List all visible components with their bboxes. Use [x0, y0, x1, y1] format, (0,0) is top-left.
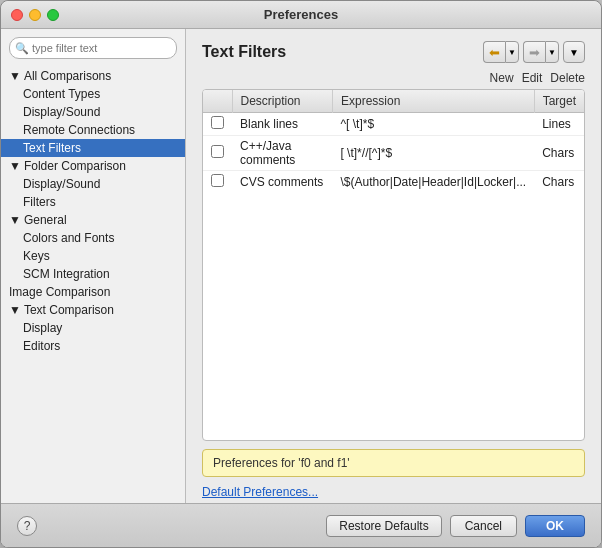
row-target: Lines: [534, 113, 584, 136]
sidebar-item-editors[interactable]: Editors: [1, 337, 185, 355]
row-checkbox-cell: [203, 136, 232, 171]
help-button[interactable]: ?: [17, 516, 37, 536]
sidebar-group-text-comparison[interactable]: ▼ Text Comparison: [1, 301, 185, 319]
maximize-button[interactable]: [47, 9, 59, 21]
sidebar-item-remote-connections[interactable]: Remote Connections: [1, 121, 185, 139]
main-header: Text Filters ⬅ ▼ ➡ ▼ ▼: [186, 29, 601, 67]
row-checkbox[interactable]: [211, 174, 224, 187]
group-triangle: ▼: [9, 69, 21, 83]
footer: ? Restore Defaults Cancel OK: [1, 503, 601, 547]
row-description: CVS comments: [232, 171, 332, 194]
action-row: New Edit Delete: [186, 67, 601, 89]
search-bar: 🔍: [9, 37, 177, 59]
sidebar-item-text-filters[interactable]: Text Filters: [1, 139, 185, 157]
sidebar-item-display-sound-all[interactable]: Display/Sound: [1, 103, 185, 121]
cancel-button[interactable]: Cancel: [450, 515, 517, 537]
col-description: Description: [232, 90, 332, 113]
close-button[interactable]: [11, 9, 23, 21]
back-arrow-dropdown[interactable]: ▼: [505, 41, 519, 63]
more-options-button[interactable]: ▼: [563, 41, 585, 63]
sidebar-item-scm-integration[interactable]: SCM Integration: [1, 265, 185, 283]
row-checkbox[interactable]: [211, 116, 224, 129]
table-row: Blank lines ^[ \t]*$ Lines: [203, 113, 584, 136]
sidebar-item-display[interactable]: Display: [1, 319, 185, 337]
row-checkbox[interactable]: [211, 145, 224, 158]
default-preferences-link[interactable]: Default Preferences...: [202, 485, 585, 499]
restore-defaults-button[interactable]: Restore Defaults: [326, 515, 441, 537]
sidebar-group-folder-comparison[interactable]: ▼ Folder Comparison: [1, 157, 185, 175]
sidebar-item-content-types[interactable]: Content Types: [1, 85, 185, 103]
toolbar-right: ⬅ ▼ ➡ ▼ ▼: [483, 41, 585, 63]
col-checkbox: [203, 90, 232, 113]
back-arrow-button[interactable]: ⬅: [483, 41, 505, 63]
row-checkbox-cell: [203, 171, 232, 194]
sidebar-group-general[interactable]: ▼ General: [1, 211, 185, 229]
delete-button[interactable]: Delete: [550, 71, 585, 85]
titlebar: Preferences: [1, 1, 601, 29]
sidebar-item-filters[interactable]: Filters: [1, 193, 185, 211]
table-row: C++/Java comments [ \t]*//[^]*$ Chars: [203, 136, 584, 171]
sidebar-item-display-sound-folder[interactable]: Display/Sound: [1, 175, 185, 193]
row-target: Chars: [534, 136, 584, 171]
col-expression: Expression: [332, 90, 534, 113]
forward-arrow-dropdown[interactable]: ▼: [545, 41, 559, 63]
search-input[interactable]: [9, 37, 177, 59]
sidebar-item-image-comparison[interactable]: Image Comparison: [1, 283, 185, 301]
col-target: Target: [534, 90, 584, 113]
preferences-window: Preferences 🔍 ▼ All Comparisons Content …: [0, 0, 602, 548]
footer-right: Restore Defaults Cancel OK: [326, 515, 585, 537]
row-target: Chars: [534, 171, 584, 194]
row-description: C++/Java comments: [232, 136, 332, 171]
row-expression: \$(Author|Date|Header|Id|Locker|...: [332, 171, 534, 194]
row-checkbox-cell: [203, 113, 232, 136]
row-description: Blank lines: [232, 113, 332, 136]
row-expression: [ \t]*//[^]*$: [332, 136, 534, 171]
group-triangle: ▼: [9, 303, 21, 317]
forward-arrow-button[interactable]: ➡: [523, 41, 545, 63]
filters-table-container: Description Expression Target Blank line…: [202, 89, 585, 441]
group-triangle: ▼: [9, 159, 21, 173]
new-button[interactable]: New: [490, 71, 514, 85]
panel-title: Text Filters: [202, 43, 286, 61]
sidebar-item-keys[interactable]: Keys: [1, 247, 185, 265]
sidebar-item-colors-and-fonts[interactable]: Colors and Fonts: [1, 229, 185, 247]
nav-arrow-group: ⬅ ▼: [483, 41, 519, 63]
row-expression: ^[ \t]*$: [332, 113, 534, 136]
main-panel: Text Filters ⬅ ▼ ➡ ▼ ▼ New Edit Delete: [186, 29, 601, 503]
search-icon: 🔍: [15, 42, 29, 55]
footer-left: ?: [17, 516, 37, 536]
forward-arrow-group: ➡ ▼: [523, 41, 559, 63]
minimize-button[interactable]: [29, 9, 41, 21]
info-bar: Preferences for 'f0 and f1': [202, 449, 585, 477]
table-row: CVS comments \$(Author|Date|Header|Id|Lo…: [203, 171, 584, 194]
sidebar-group-all-comparisons[interactable]: ▼ All Comparisons: [1, 67, 185, 85]
filters-table: Description Expression Target Blank line…: [203, 90, 584, 193]
group-triangle: ▼: [9, 213, 21, 227]
ok-button[interactable]: OK: [525, 515, 585, 537]
traffic-lights: [11, 9, 59, 21]
edit-button[interactable]: Edit: [522, 71, 543, 85]
window-title: Preferences: [264, 7, 338, 22]
content-area: 🔍 ▼ All Comparisons Content Types Displa…: [1, 29, 601, 503]
sidebar: 🔍 ▼ All Comparisons Content Types Displa…: [1, 29, 186, 503]
